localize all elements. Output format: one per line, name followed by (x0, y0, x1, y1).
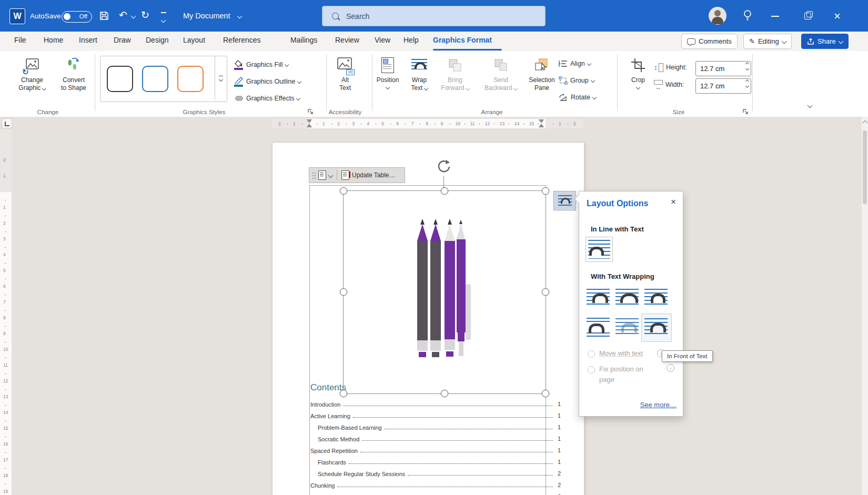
layout-options-launcher-button[interactable] (553, 191, 576, 210)
resize-handle-top-right[interactable] (542, 187, 549, 195)
graphics-effects-button[interactable]: Graphics Effects (234, 92, 300, 105)
fix-position-radio[interactable] (588, 366, 595, 373)
comments-button[interactable]: Comments (681, 34, 738, 49)
wrap-option-inline[interactable] (586, 237, 613, 262)
graphics-styles-dialog-launcher[interactable] (308, 109, 314, 115)
tab-review[interactable]: Review (335, 36, 359, 44)
wrap-option-top-bottom[interactable] (587, 318, 610, 337)
graphics-style-3[interactable] (177, 66, 204, 92)
lightbulb-icon[interactable] (742, 9, 753, 22)
redo-button[interactable]: ↻ (141, 10, 149, 20)
size-dialog-launcher[interactable] (743, 109, 749, 115)
resize-handle-bottom-left[interactable] (340, 390, 347, 397)
drag-handle-icon[interactable] (312, 173, 314, 174)
autosave-toggle[interactable]: Off (62, 11, 92, 23)
collapse-ribbon-chevron-icon[interactable] (808, 103, 813, 108)
document-title[interactable]: My Document (183, 12, 230, 20)
toc-entry[interactable]: Introduction1 (310, 396, 561, 408)
change-graphic-button[interactable]: ↻ Change Graphic (15, 54, 49, 92)
rotation-handle[interactable] (436, 159, 452, 175)
graphics-fill-button[interactable]: Graphics Fill (234, 58, 288, 71)
wrap-option-in-front-of-text[interactable] (644, 318, 668, 337)
wrap-option-square[interactable] (587, 288, 610, 307)
first-line-indent-marker[interactable] (307, 119, 312, 123)
toc-entry[interactable]: Schedule Regular Study Sessions2 (310, 466, 561, 477)
wrap-option-through[interactable] (644, 288, 668, 307)
update-table-button[interactable]: Update Table… (352, 171, 396, 179)
resize-handle-middle-left[interactable] (340, 288, 347, 296)
resize-handle-bottom-right[interactable] (542, 390, 549, 397)
tab-mailings[interactable]: Mailings (290, 36, 317, 44)
word-logo-icon[interactable]: W (9, 8, 25, 24)
tab-stop-selector[interactable] (2, 118, 12, 128)
graphics-style-2[interactable] (142, 66, 168, 92)
toc-entry[interactable]: Spaced Repetition1 (310, 442, 561, 454)
scroll-up-icon[interactable] (863, 120, 868, 126)
align-button[interactable]: Align (559, 57, 591, 70)
tab-draw[interactable]: Draw (114, 36, 131, 44)
right-indent-marker[interactable] (539, 124, 544, 127)
toc-entry[interactable]: Flashcards1 (310, 454, 561, 466)
selection-pane-button[interactable]: Selection Pane (524, 54, 560, 92)
alt-text-button[interactable]: Alt Text (328, 54, 362, 92)
wrap-option-behind-text[interactable] (615, 318, 639, 337)
selection-rectangle[interactable] (343, 190, 546, 394)
close-button[interactable]: × (834, 9, 841, 23)
toc-entry[interactable]: Problem-Based Learning1 (310, 419, 561, 431)
minimize-button[interactable] (771, 16, 779, 17)
wrap-option-tight[interactable] (615, 288, 639, 307)
tab-view[interactable]: View (375, 36, 390, 44)
share-button[interactable]: Share (801, 34, 849, 49)
vertical-scrollbar[interactable] (862, 117, 868, 495)
horizontal-ruler[interactable]: 1234567891011121314151122 (272, 119, 583, 128)
vertical-ruler[interactable]: 1234567891011121314151617181912 (0, 129, 12, 495)
tab-insert[interactable]: Insert (79, 36, 97, 44)
tab-layout[interactable]: Layout (183, 36, 205, 44)
group-button[interactable]: Group (559, 74, 594, 87)
toc-entry[interactable]: Socratic Method1 (310, 431, 561, 442)
tab-help[interactable]: Help (403, 36, 419, 44)
save-icon[interactable] (99, 11, 109, 21)
convert-to-shape-button[interactable]: Convert to Shape (55, 54, 93, 92)
toc-menu-icon[interactable] (318, 170, 326, 180)
hanging-indent-marker[interactable] (307, 124, 312, 127)
search-input[interactable]: Search (322, 6, 546, 26)
position-button[interactable]: Position (371, 54, 405, 89)
width-spinner[interactable] (746, 80, 749, 87)
tab-home[interactable]: Home (44, 36, 63, 44)
avatar[interactable] (709, 7, 726, 25)
resize-handle-top-center[interactable] (441, 187, 448, 195)
crop-button[interactable]: Crop (622, 54, 654, 89)
tab-graphics-format[interactable]: Graphics Format (433, 36, 492, 44)
toc-entry[interactable]: Active Learning1 (310, 408, 561, 419)
toc-menu-chevron-icon[interactable] (328, 173, 334, 178)
see-more-link[interactable]: See more… (640, 401, 677, 409)
undo-button[interactable]: ↶ (119, 10, 127, 20)
rotate-button[interactable]: Rotate (559, 91, 596, 104)
tab-design[interactable]: Design (146, 36, 169, 44)
tab-references[interactable]: References (223, 36, 261, 44)
toc-entry[interactable]: Chunking2 (310, 477, 561, 489)
scrollbar-thumb[interactable] (863, 130, 867, 204)
editing-button[interactable]: ✎ Editing (743, 34, 792, 49)
height-input[interactable]: 12.7 cm (695, 61, 751, 76)
move-with-text-radio[interactable] (588, 350, 595, 358)
undo-chevron-icon[interactable] (131, 14, 136, 19)
gallery-more-button[interactable] (215, 56, 227, 100)
wrap-text-button[interactable]: Wrap Text (402, 54, 436, 92)
document-title-chevron-icon[interactable] (237, 14, 243, 19)
resize-handle-middle-right[interactable] (542, 288, 549, 296)
resize-handle-top-left[interactable] (340, 187, 347, 195)
graphics-style-1[interactable] (107, 66, 133, 92)
resize-handle-bottom-center[interactable] (441, 390, 448, 397)
fix-position-info-icon[interactable]: i (667, 364, 674, 372)
width-input[interactable]: 12.7 cm (695, 78, 751, 94)
toc-entry[interactable]: Organizing Information2 (310, 489, 561, 495)
fix-position-label2: page (599, 376, 614, 383)
tab-file[interactable]: File (14, 36, 26, 44)
layout-options-close-button[interactable]: × (671, 197, 676, 207)
graphics-outline-button[interactable]: Graphics Outline (234, 75, 301, 88)
height-spinner[interactable] (746, 63, 749, 70)
customize-toolbar-icon[interactable] (161, 12, 166, 24)
right-indent-marker-top[interactable] (539, 119, 544, 123)
